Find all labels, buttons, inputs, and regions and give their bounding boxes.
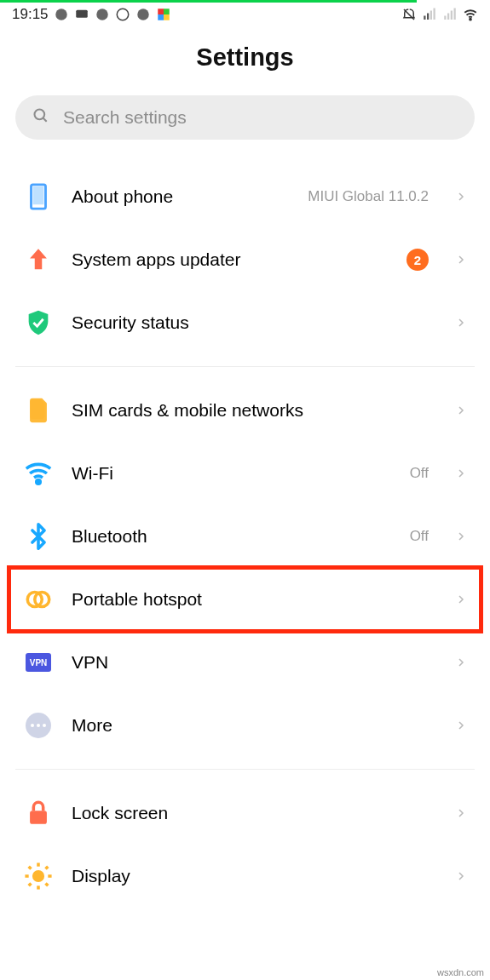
chevron-right-icon (456, 805, 466, 822)
row-about-phone[interactable]: About phone MIUI Global 11.0.2 (15, 165, 475, 228)
row-lock-screen[interactable]: Lock screen (15, 782, 475, 845)
svg-rect-7 (158, 14, 164, 20)
status-signal-icon (422, 7, 437, 22)
svg-rect-17 (454, 9, 456, 20)
svg-rect-13 (434, 9, 435, 20)
chevron-right-icon (456, 465, 466, 482)
svg-rect-22 (33, 186, 44, 204)
row-wifi[interactable]: Wi-Fi Off (15, 442, 475, 505)
svg-point-0 (55, 9, 67, 20)
row-vpn[interactable]: VPN VPN (15, 631, 475, 694)
status-dnd-icon (401, 7, 417, 22)
status-message-icon (74, 7, 89, 22)
row-portable-hotspot[interactable]: Portable hotspot (15, 568, 475, 631)
divider (15, 769, 475, 770)
row-label: More (72, 715, 437, 736)
update-count-badge: 2 (406, 249, 429, 271)
row-value: MIUI Global 11.0.2 (308, 188, 429, 205)
svg-rect-6 (164, 9, 170, 14)
status-icon-generic (54, 7, 69, 22)
svg-point-3 (117, 9, 129, 20)
chevron-right-icon (456, 868, 466, 885)
wifi-icon (24, 459, 53, 488)
sim-icon (24, 396, 53, 425)
row-label: Display (72, 866, 437, 886)
row-sim-cards[interactable]: SIM cards & mobile networks (15, 379, 475, 442)
chevron-right-icon (456, 717, 466, 734)
status-signal2-icon (442, 7, 458, 22)
row-security-status[interactable]: Security status (15, 291, 475, 354)
status-icon-generic (135, 7, 151, 22)
lock-icon (24, 799, 53, 828)
row-label: Portable hotspot (72, 589, 437, 610)
more-icon (24, 711, 53, 740)
group-personal: Lock screen Display (0, 782, 490, 908)
chevron-right-icon (456, 188, 466, 205)
row-more[interactable]: More (15, 694, 475, 757)
svg-point-23 (37, 480, 41, 484)
status-bar: 19:15 (0, 3, 490, 25)
svg-line-32 (29, 867, 32, 869)
svg-point-27 (32, 870, 44, 882)
row-value: Off (410, 465, 429, 482)
svg-point-19 (35, 110, 45, 120)
chevron-right-icon (456, 251, 466, 268)
group-network: SIM cards & mobile networks Wi-Fi Off Bl… (0, 379, 490, 757)
svg-rect-14 (444, 16, 446, 20)
bluetooth-icon (24, 522, 53, 551)
chevron-right-icon (456, 591, 466, 608)
row-label: About phone (72, 186, 289, 207)
svg-rect-12 (430, 11, 432, 20)
svg-rect-26 (30, 811, 47, 824)
vpn-icon: VPN (24, 648, 53, 677)
row-label: SIM cards & mobile networks (72, 400, 437, 421)
row-label: Security status (72, 312, 437, 333)
row-bluetooth[interactable]: Bluetooth Off (15, 505, 475, 568)
chevron-right-icon (456, 314, 466, 331)
sun-icon (24, 862, 53, 891)
svg-point-4 (137, 9, 149, 20)
svg-rect-15 (447, 14, 449, 20)
svg-line-33 (46, 884, 49, 886)
divider (15, 366, 475, 367)
row-label: Bluetooth (72, 526, 391, 547)
phone-icon (24, 182, 53, 211)
svg-rect-16 (451, 11, 453, 20)
search-icon (32, 107, 49, 128)
chevron-right-icon (456, 402, 466, 419)
status-time: 19:15 (12, 6, 49, 23)
update-arrow-icon (24, 245, 53, 274)
svg-rect-1 (76, 10, 88, 18)
hotspot-icon (24, 585, 53, 614)
row-value: Off (410, 528, 429, 545)
status-icon-generic (95, 7, 110, 22)
page-title: Settings (0, 43, 490, 72)
shield-icon (24, 308, 53, 337)
svg-rect-5 (158, 9, 164, 14)
row-display[interactable]: Display (15, 845, 475, 908)
svg-rect-8 (164, 14, 170, 20)
svg-point-18 (470, 19, 471, 20)
row-label: VPN (72, 652, 437, 673)
row-label: System apps updater (72, 249, 388, 270)
chevron-right-icon (456, 654, 466, 671)
status-wifi-icon (463, 7, 478, 22)
svg-rect-11 (427, 14, 429, 20)
svg-line-20 (43, 118, 47, 122)
group-device: About phone MIUI Global 11.0.2 System ap… (0, 165, 490, 354)
row-label: Wi-Fi (72, 463, 391, 484)
svg-point-2 (96, 9, 108, 20)
status-maps-icon (156, 7, 171, 22)
chevron-right-icon (456, 528, 466, 545)
row-label: Lock screen (72, 803, 437, 823)
svg-line-34 (29, 884, 32, 886)
svg-rect-10 (424, 16, 425, 20)
watermark: wsxdn.com (435, 966, 487, 978)
status-pinterest-icon (115, 7, 130, 22)
row-system-apps-updater[interactable]: System apps updater 2 (15, 228, 475, 291)
svg-line-35 (46, 867, 49, 869)
search-input[interactable] (63, 107, 458, 128)
search-bar[interactable] (15, 95, 475, 140)
